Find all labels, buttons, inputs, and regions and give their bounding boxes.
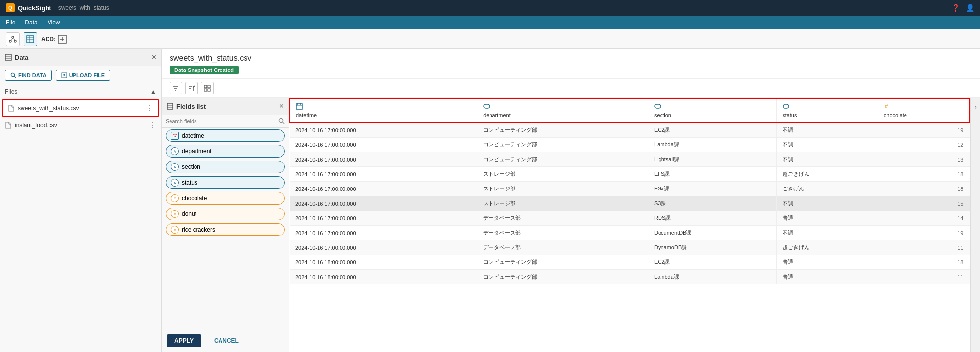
apply-button[interactable]: APPLY bbox=[167, 334, 201, 347]
cell-status-5: 不調 bbox=[777, 196, 878, 211]
cell-chocolate-6: 14 bbox=[878, 211, 970, 226]
app-logo: Q QuickSight bbox=[6, 3, 51, 12]
cell-status-0: 不調 bbox=[777, 122, 878, 138]
cell-status-10: 普通 bbox=[777, 270, 878, 284]
str-icon-dept: A bbox=[171, 147, 179, 155]
help-icon[interactable]: ❓ bbox=[952, 4, 960, 12]
menu-data[interactable]: Data bbox=[25, 19, 37, 26]
table-row: 2024-10-16 17:00:00.000コンピューティング部EC2課不調1… bbox=[290, 122, 970, 138]
topbar-right: ❓ 👤 bbox=[952, 4, 974, 12]
toolbar-icon-network[interactable] bbox=[6, 32, 20, 46]
num-icon-rice-crackers: # bbox=[171, 226, 179, 234]
cell-status-7: 不調 bbox=[777, 226, 878, 240]
file-name-selected: sweets_with_status.csv bbox=[8, 105, 79, 112]
cancel-button[interactable]: CANCEL bbox=[206, 334, 246, 347]
col-header-section[interactable]: section bbox=[648, 98, 777, 122]
field-chocolate[interactable]: # chocolate bbox=[166, 192, 285, 205]
cell-chocolate-9: 18 bbox=[878, 255, 970, 270]
fields-search-input[interactable] bbox=[166, 118, 276, 124]
files-label: Files bbox=[5, 88, 17, 95]
status-col-icon bbox=[783, 103, 872, 111]
table-row: 2024-10-16 17:00:00.000コンピューティング部Lambda課… bbox=[290, 138, 970, 152]
table-row: 2024-10-16 17:00:00.000データベース部DynamoDB課超… bbox=[290, 240, 970, 255]
grid-btn[interactable] bbox=[201, 82, 214, 94]
quicksight-icon: Q bbox=[6, 3, 15, 12]
cell-section-9: EC2課 bbox=[648, 255, 777, 270]
menu-view[interactable]: View bbox=[48, 19, 60, 26]
data-panel-actions: FIND DATA UPLOAD FILE bbox=[0, 66, 161, 85]
cell-status-3: 超ごきげん bbox=[777, 167, 878, 182]
fields-panel-close[interactable]: × bbox=[279, 102, 284, 111]
svg-point-0 bbox=[12, 36, 14, 38]
svg-rect-12 bbox=[5, 54, 11, 60]
search-icon bbox=[278, 118, 285, 124]
field-name-section: section bbox=[182, 164, 200, 170]
svg-point-1 bbox=[9, 40, 11, 42]
cell-department-8: データベース部 bbox=[477, 240, 648, 255]
field-section[interactable]: A section bbox=[166, 161, 285, 173]
upload-file-button[interactable]: UPLOAD FILE bbox=[56, 70, 110, 81]
menu-bar: File Data View bbox=[0, 16, 980, 29]
field-name-chocolate: chocolate bbox=[182, 195, 207, 202]
user-icon[interactable]: 👤 bbox=[966, 4, 974, 12]
str-icon-status: A bbox=[171, 179, 179, 187]
find-data-button[interactable]: FIND DATA bbox=[5, 70, 52, 81]
left-panel: Data × FIND DATA UPLOAD FILE Files ▲ swe… bbox=[0, 49, 162, 352]
col-header-chocolate[interactable]: # chocolate bbox=[878, 98, 970, 122]
cell-section-5: S3課 bbox=[648, 196, 777, 211]
field-department[interactable]: A department bbox=[166, 145, 285, 158]
field-rice-crackers[interactable]: # rice crackers bbox=[166, 223, 285, 236]
toolbar-add-label: ADD: bbox=[41, 35, 67, 44]
chocolate-col-icon: # bbox=[884, 103, 963, 111]
col-header-status[interactable]: status bbox=[777, 98, 878, 122]
data-panel-close[interactable]: × bbox=[152, 53, 156, 62]
cell-chocolate-5: 15 bbox=[878, 196, 970, 211]
file-context-menu-1[interactable]: ⋮ bbox=[148, 120, 156, 130]
cell-datetime-8: 2024-10-16 17:00:00.000 bbox=[290, 240, 477, 255]
cell-chocolate-3: 18 bbox=[878, 167, 970, 182]
fields-panel: Fields list × 📅 datetime A department bbox=[162, 98, 289, 352]
file-item-selected[interactable]: sweets_with_status.csv ⋮ bbox=[2, 99, 159, 117]
file-item-1[interactable]: instant_food.csv ⋮ bbox=[0, 117, 161, 133]
menu-file[interactable]: File bbox=[6, 19, 15, 26]
table-header: datetime department bbox=[290, 98, 970, 122]
table-row: 2024-10-16 17:00:00.000ストレージ部S3課不調15 bbox=[290, 196, 970, 211]
collapse-icon: › bbox=[974, 103, 977, 111]
cell-datetime-7: 2024-10-16 17:00:00.000 bbox=[290, 226, 477, 240]
app-name: QuickSight bbox=[18, 4, 51, 12]
filter-btn[interactable] bbox=[170, 82, 182, 94]
cell-section-0: EC2課 bbox=[648, 122, 777, 138]
file-title: sweets_with_status.csv bbox=[170, 54, 972, 63]
svg-point-15 bbox=[11, 73, 15, 77]
file-header-area: sweets_with_status.csv Data Snapshot Cre… bbox=[162, 49, 980, 79]
data-table-area: datetime department bbox=[289, 98, 970, 352]
svg-point-2 bbox=[14, 40, 16, 42]
data-panel-title: Data bbox=[5, 54, 28, 61]
cell-status-8: 超ごきげん bbox=[777, 240, 878, 255]
fields-search-area bbox=[162, 115, 289, 128]
col-header-department[interactable]: department bbox=[477, 98, 648, 122]
field-datetime[interactable]: 📅 datetime bbox=[166, 129, 285, 142]
file-name-1: instant_food.csv bbox=[5, 122, 57, 129]
svg-rect-32 bbox=[208, 89, 210, 91]
cell-chocolate-7: 19 bbox=[878, 226, 970, 240]
col-header-datetime[interactable]: datetime bbox=[290, 98, 477, 122]
field-name-rice-crackers: rice crackers bbox=[182, 226, 215, 233]
right-collapse-btn[interactable]: › bbox=[970, 98, 980, 352]
cell-department-10: コンピューティング部 bbox=[477, 270, 648, 284]
toolbar-icon-table[interactable] bbox=[24, 32, 37, 46]
cell-department-4: ストレージ部 bbox=[477, 182, 648, 196]
field-donut[interactable]: # donut bbox=[166, 208, 285, 220]
cell-status-2: 不調 bbox=[777, 152, 878, 167]
field-name-datetime: datetime bbox=[182, 132, 204, 139]
field-status[interactable]: A status bbox=[166, 176, 285, 189]
cell-chocolate-0: 19 bbox=[878, 122, 970, 138]
cell-chocolate-10: 11 bbox=[878, 270, 970, 284]
svg-rect-5 bbox=[27, 36, 34, 43]
files-collapse-icon[interactable]: ▲ bbox=[150, 88, 156, 95]
cell-status-6: 普通 bbox=[777, 211, 878, 226]
num-icon-chocolate: # bbox=[171, 194, 179, 202]
file-context-menu-0[interactable]: ⋮ bbox=[146, 103, 153, 113]
sort-btn[interactable] bbox=[185, 82, 198, 94]
table-row: 2024-10-16 17:00:00.000ストレージ部FSx課ごきげん18 bbox=[290, 182, 970, 196]
